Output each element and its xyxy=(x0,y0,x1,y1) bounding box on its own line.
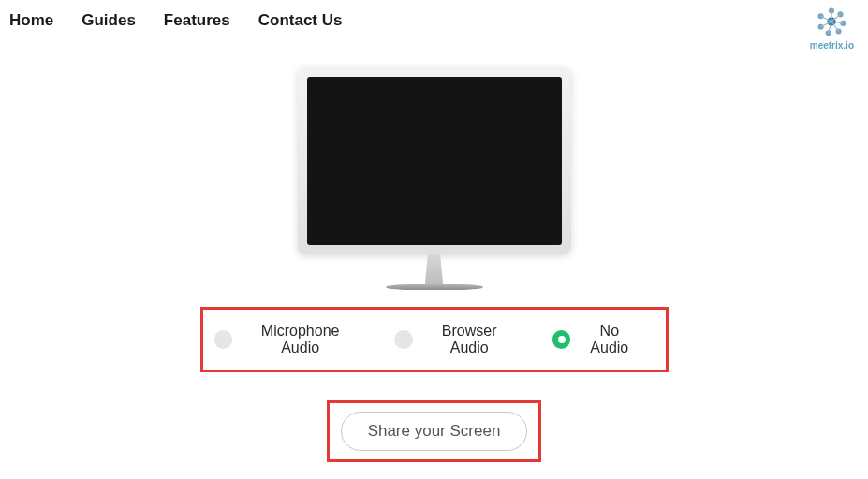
monitor-illustration xyxy=(298,67,571,290)
radio-label: Microphone Audio xyxy=(242,323,359,356)
main-content: Microphone Audio Browser Audio No Audio … xyxy=(0,41,868,462)
logo-text: meetrix.io xyxy=(810,40,854,51)
nav-guides[interactable]: Guides xyxy=(81,11,136,30)
audio-options-highlight: Microphone Audio Browser Audio No Audio xyxy=(200,307,669,372)
radio-icon xyxy=(394,330,413,349)
share-button-highlight: Share your Screen xyxy=(327,400,542,462)
radio-no-audio[interactable]: No Audio xyxy=(552,323,640,356)
radio-icon xyxy=(214,330,233,349)
navbar: Home Guides Features Contact Us xyxy=(0,0,868,41)
nav-home[interactable]: Home xyxy=(9,11,53,30)
monitor-bezel xyxy=(298,67,571,254)
logo-icon xyxy=(814,4,849,39)
monitor-base xyxy=(386,284,483,290)
nav-features[interactable]: Features xyxy=(164,11,230,30)
svg-point-7 xyxy=(818,13,824,19)
nav-contact[interactable]: Contact Us xyxy=(258,11,343,30)
audio-options-group: Microphone Audio Browser Audio No Audio xyxy=(203,310,666,370)
radio-microphone-audio[interactable]: Microphone Audio xyxy=(214,323,360,356)
radio-browser-audio[interactable]: Browser Audio xyxy=(394,323,516,356)
monitor-screen xyxy=(307,77,562,245)
share-screen-button[interactable]: Share your Screen xyxy=(341,412,528,451)
radio-label: No Audio xyxy=(580,323,639,356)
brand-logo[interactable]: meetrix.io xyxy=(810,4,854,51)
radio-label: Browser Audio xyxy=(422,323,517,356)
radio-icon-selected xyxy=(552,330,571,349)
svg-point-6 xyxy=(818,24,824,30)
monitor-stand xyxy=(414,254,455,284)
